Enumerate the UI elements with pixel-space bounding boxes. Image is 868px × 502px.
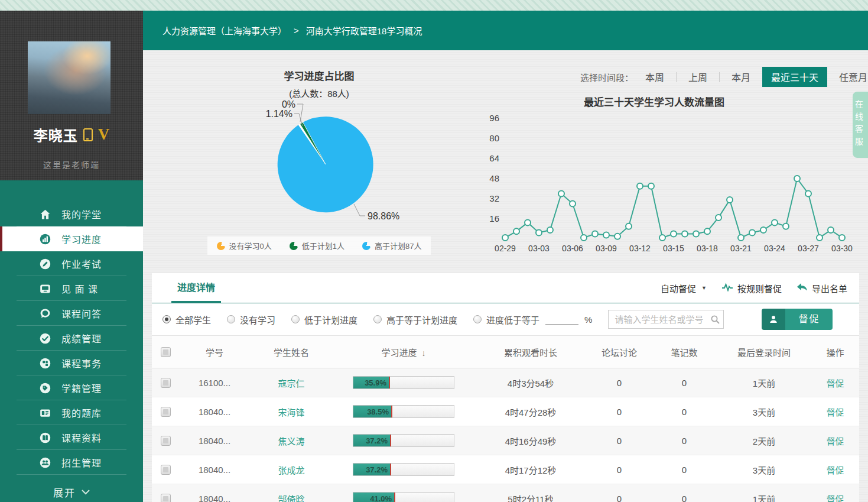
sidebar-item-people[interactable]: 招生管理 (0, 450, 143, 475)
filter-option[interactable]: 高于等于计划进度 (373, 313, 457, 326)
column-header[interactable]: 学习进度↓ (333, 346, 474, 358)
urge-link[interactable]: 督促 (826, 465, 844, 475)
urge-by-rule-button[interactable]: 按规则督促 (721, 282, 782, 294)
row-checkbox[interactable] (161, 465, 171, 475)
sidebar-item-modules[interactable]: 课程事务 (0, 351, 143, 375)
table-row: 18040...张成龙37.2%4时17分12秒003天前督促 (152, 455, 859, 484)
svg-text:03-18: 03-18 (697, 244, 718, 253)
export-list-label: 导出名单 (812, 282, 847, 294)
column-header[interactable]: 论坛讨论 (587, 346, 652, 358)
breadcrumb-course[interactable]: 人力资源管理（上海海事大学） (162, 24, 287, 37)
filter-option[interactable]: 没有学习 (227, 313, 275, 326)
pulse-icon (721, 283, 733, 293)
online-service-tab[interactable]: 在线客服 (853, 92, 868, 158)
column-header[interactable]: 操作 (811, 346, 859, 358)
auto-urge-label: 自动督促 (661, 282, 696, 294)
expand-label: 展开 (53, 485, 76, 500)
urge-link[interactable]: 督促 (826, 378, 844, 388)
urge-link[interactable]: 督促 (826, 407, 844, 417)
export-arrow-icon (797, 283, 808, 293)
student-name-link[interactable]: 张成龙 (278, 465, 304, 475)
progress-bar: 37.2% (353, 434, 454, 447)
pie-slice-icon (290, 242, 298, 250)
sidebar-item-home[interactable]: 我的学堂 (0, 202, 143, 226)
filter-label: 没有学习 (240, 313, 275, 326)
sidebar-item-tag[interactable]: 学籍管理 (0, 375, 143, 400)
time-option[interactable]: 任意月 (833, 67, 868, 86)
filter-option[interactable]: 进度低于等于% (473, 313, 592, 326)
forum-count: 0 (587, 378, 652, 388)
table-row: 16100...寇宗仁35.9%4时3分54秒001天前督促 (152, 368, 859, 397)
forum-count: 0 (587, 436, 652, 446)
filter-option[interactable]: 全部学生 (162, 313, 211, 326)
search-input[interactable] (608, 310, 724, 329)
svg-text:03-03: 03-03 (528, 244, 550, 253)
pie-legend-label: 低于计划1人 (302, 240, 344, 251)
chat-icon (39, 307, 51, 320)
svg-text:98.86%: 98.86% (368, 211, 399, 221)
tab-progress-detail[interactable]: 进度详情 (177, 273, 215, 303)
pie-slice-icon (217, 242, 225, 250)
sidebar-item-chat[interactable]: 课程问答 (0, 301, 143, 326)
column-header[interactable]: 累积观看时长 (474, 346, 587, 358)
student-name-link[interactable]: 郜倚晗 (278, 494, 304, 502)
table-body: 16100...寇宗仁35.9%4时3分54秒001天前督促18040...宋海… (152, 368, 859, 502)
student-name-link[interactable]: 焦义涛 (278, 436, 304, 446)
select-all-checkbox[interactable] (161, 347, 171, 357)
time-option[interactable]: 本周 (639, 67, 670, 86)
filter-label: 低于计划进度 (304, 313, 357, 326)
forum-count: 0 (587, 407, 652, 417)
sidebar: 李晓玉 V 这里是老师端 我的学堂学习进度作业考试见 面 课课程问答成绩管理课程… (0, 11, 143, 502)
student-id: 18040... (179, 407, 250, 417)
sidebar-expand-button[interactable]: 展开 (0, 481, 143, 502)
percent-input[interactable] (545, 315, 578, 325)
filter-option[interactable]: 低于计划进度 (291, 313, 357, 326)
pencil-icon (39, 258, 51, 270)
svg-text:03-30: 03-30 (831, 244, 853, 253)
sidebar-item-label: 课程问答 (61, 306, 102, 320)
svg-text:64: 64 (489, 153, 499, 163)
pie-legend-item[interactable]: 没有学习0人 (217, 240, 272, 251)
svg-text:32: 32 (489, 193, 499, 203)
column-header[interactable]: 最后登录时间 (717, 346, 811, 358)
column-header[interactable]: 学生姓名 (250, 346, 333, 358)
export-list-button[interactable]: 导出名单 (797, 282, 847, 294)
sidebar-item-card[interactable]: 我的题库 (0, 400, 143, 425)
line-chart: 96806448321602-2903-0303-0603-0903-1203-… (482, 109, 853, 257)
pie-legend-item[interactable]: 低于计划1人 (290, 240, 344, 251)
row-checkbox[interactable] (161, 378, 171, 388)
sidebar-item-check[interactable]: 成绩管理 (0, 326, 143, 351)
sidebar-item-bar-chart[interactable]: 学习进度 (0, 226, 143, 251)
svg-text:03-12: 03-12 (629, 244, 651, 253)
avatar (28, 41, 110, 114)
time-option[interactable]: 最近三十天 (762, 67, 827, 87)
urge-link[interactable]: 督促 (826, 436, 844, 446)
search-box (608, 310, 724, 329)
header-bar: 人力资源管理（上海海事大学） > 河南大学行政管理18学习概况 (143, 11, 868, 50)
column-header[interactable]: 学号 (179, 346, 250, 358)
time-option[interactable]: 上周 (682, 67, 713, 86)
time-range-selector: 选择时间段： 本周上周本月最近三十天任意月 (580, 67, 868, 87)
student-name-link[interactable]: 寇宗仁 (278, 378, 304, 388)
row-checkbox[interactable] (161, 407, 171, 417)
caret-down-icon: ▼ (701, 285, 707, 291)
svg-text:1.14%: 1.14% (266, 109, 292, 119)
urge-button[interactable]: 督促 (762, 309, 833, 330)
row-checkbox[interactable] (161, 436, 171, 446)
percent-suffix: % (584, 315, 592, 325)
urge-button-label: 督促 (785, 309, 833, 330)
row-checkbox[interactable] (161, 494, 171, 502)
sidebar-item-screen[interactable]: 见 面 课 (0, 276, 143, 301)
student-name-link[interactable]: 宋海锋 (278, 407, 304, 417)
time-option[interactable]: 本月 (726, 67, 756, 86)
auto-urge-dropdown[interactable]: 自动督促 ▼ (661, 282, 707, 294)
home-icon (39, 208, 51, 221)
screen-icon (39, 283, 51, 295)
pie-legend-item[interactable]: 高于计划87人 (362, 240, 421, 251)
urge-link[interactable]: 督促 (826, 494, 844, 502)
filter-label: 全部学生 (175, 313, 211, 326)
sort-desc-icon[interactable]: ↓ (422, 348, 426, 358)
column-header[interactable]: 笔记数 (652, 346, 717, 358)
sidebar-item-book[interactable]: 课程资料 (0, 425, 143, 450)
sidebar-item-pencil[interactable]: 作业考试 (0, 251, 143, 276)
